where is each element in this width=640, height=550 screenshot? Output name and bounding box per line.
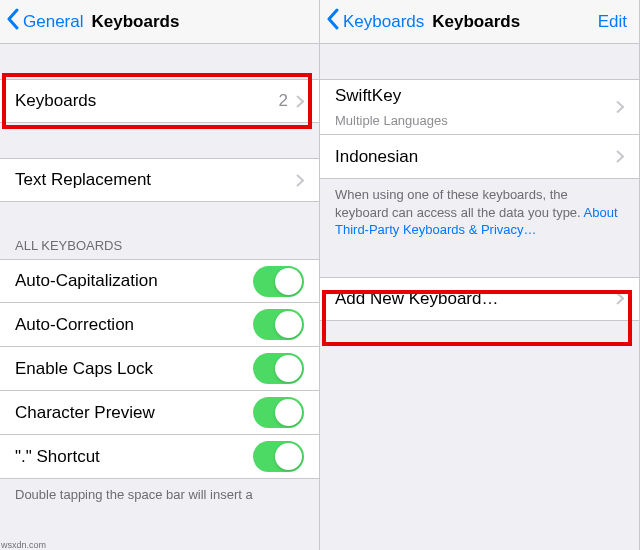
row-text-replacement[interactable]: Text Replacement <box>0 158 319 202</box>
chevron-right-icon <box>296 95 304 108</box>
left-pane: General Keyboards Keyboards 2 Text Repla… <box>0 0 320 550</box>
row-label: Enable Caps Lock <box>15 359 253 379</box>
page-title-right: Keyboards <box>432 12 520 32</box>
row-label: Add New Keyboard… <box>335 289 616 309</box>
switch-auto-correction[interactable] <box>253 309 304 340</box>
back-button-keyboards[interactable]: Keyboards <box>326 8 424 35</box>
switch-auto-capitalization[interactable] <box>253 266 304 297</box>
row-keyboards[interactable]: Keyboards 2 <box>0 79 319 123</box>
chevron-right-icon <box>616 150 624 163</box>
page-title-left: Keyboards <box>91 12 179 32</box>
row-period-shortcut: "." Shortcut <box>0 435 319 479</box>
row-indonesian[interactable]: Indonesian <box>320 135 639 179</box>
row-label: Keyboards <box>15 91 279 111</box>
row-label: Auto-Correction <box>15 315 253 335</box>
edit-button[interactable]: Edit <box>598 12 627 32</box>
switch-character-preview[interactable] <box>253 397 304 428</box>
row-label: SwiftKey <box>335 86 401 112</box>
footer-third-party-disclosure: When using one of these keyboards, the k… <box>320 179 639 247</box>
switch-period-shortcut[interactable] <box>253 441 304 472</box>
chevron-left-icon <box>6 8 23 35</box>
chevron-right-icon <box>616 101 624 114</box>
row-subtitle: Multiple Languages <box>335 113 448 128</box>
chevron-left-icon <box>326 8 343 35</box>
row-character-preview: Character Preview <box>0 391 319 435</box>
row-label: Indonesian <box>335 147 616 167</box>
row-auto-capitalization: Auto-Capitalization <box>0 259 319 303</box>
chevron-right-icon <box>296 174 304 187</box>
row-label: Text Replacement <box>15 170 296 190</box>
footer-shortcut-hint: Double tapping the space bar will insert… <box>0 479 319 512</box>
back-button-general[interactable]: General <box>6 8 83 35</box>
row-add-new-keyboard[interactable]: Add New Keyboard… <box>320 277 639 321</box>
navbar-left: General Keyboards <box>0 0 319 44</box>
switch-enable-caps-lock[interactable] <box>253 353 304 384</box>
navbar-right: Keyboards Keyboards Edit <box>320 0 639 44</box>
disclosure-text: When using one of these keyboards, the k… <box>335 187 584 220</box>
row-swiftkey[interactable]: SwiftKey Multiple Languages <box>320 79 639 135</box>
row-enable-caps-lock: Enable Caps Lock <box>0 347 319 391</box>
row-auto-correction: Auto-Correction <box>0 303 319 347</box>
watermark: wsxdn.com <box>1 540 46 550</box>
section-header-all-keyboards: ALL KEYBOARDS <box>0 232 319 259</box>
row-label: Auto-Capitalization <box>15 271 253 291</box>
back-label: General <box>23 12 83 32</box>
chevron-right-icon <box>616 292 624 305</box>
row-label: Character Preview <box>15 403 253 423</box>
back-label: Keyboards <box>343 12 424 32</box>
row-label: "." Shortcut <box>15 447 253 467</box>
row-detail-count: 2 <box>279 91 288 111</box>
right-pane: Keyboards Keyboards Edit SwiftKey Multip… <box>320 0 640 550</box>
